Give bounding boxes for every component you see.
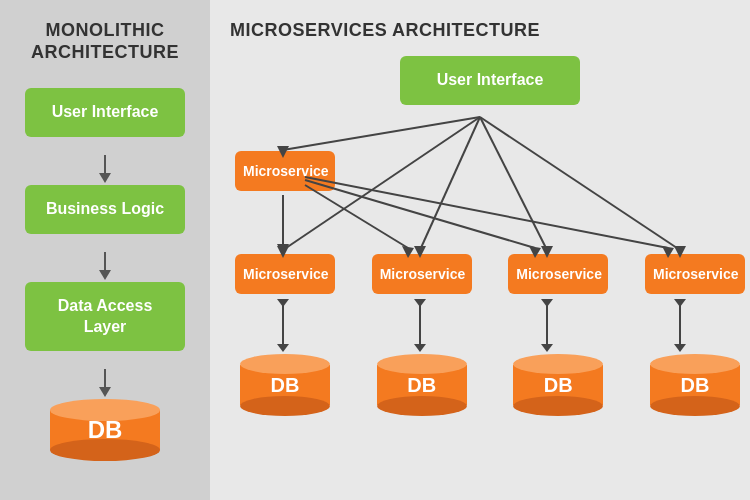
micro-ms1: Microservice	[235, 151, 335, 191]
micro-db-2: DB	[372, 354, 472, 416]
mono-arrow-2	[95, 252, 115, 282]
svg-marker-1	[99, 173, 111, 183]
micro-ms2-4: Microservice	[645, 254, 745, 294]
svg-marker-3	[99, 270, 111, 280]
microservices-title: MICROSERVICES ARCHITECTURE	[230, 20, 750, 41]
mono-user-interface-box: User Interface	[25, 88, 185, 137]
micro-layout: User Interface Microservice Microservice…	[230, 56, 750, 476]
micro-ms2-3: Microservice	[508, 254, 608, 294]
mono-db: DB	[60, 399, 150, 461]
microservices-panel: MICROSERVICES ARCHITECTURE	[210, 0, 750, 500]
micro-db-3: DB	[508, 354, 608, 416]
mono-data-access-box: Data Access Layer	[25, 282, 185, 352]
micro-db-1: DB	[235, 354, 335, 416]
micro-ms2-2: Microservice	[372, 254, 472, 294]
mono-db-bottom	[50, 439, 160, 461]
mono-business-logic-box: Business Logic	[25, 185, 185, 234]
micro-ui-label: User Interface	[400, 56, 580, 105]
main-container: MONOLITHIC ARCHITECTURE User Interface B…	[0, 0, 750, 500]
monolithic-panel: MONOLITHIC ARCHITECTURE User Interface B…	[0, 0, 210, 500]
mono-arrow-3	[95, 369, 115, 399]
micro-ms2-1: Microservice	[235, 254, 335, 294]
micro-ms-row: Microservice Microservice Microservice M…	[235, 254, 745, 294]
micro-ui-box: User Interface	[400, 56, 580, 123]
micro-ms1-label: Microservice	[235, 151, 335, 191]
mono-arrow-1	[95, 155, 115, 185]
svg-marker-5	[99, 387, 111, 397]
monolithic-title: MONOLITHIC ARCHITECTURE	[31, 20, 179, 63]
micro-db-4: DB	[645, 354, 745, 416]
micro-db-row: DB DB DB	[235, 354, 745, 416]
